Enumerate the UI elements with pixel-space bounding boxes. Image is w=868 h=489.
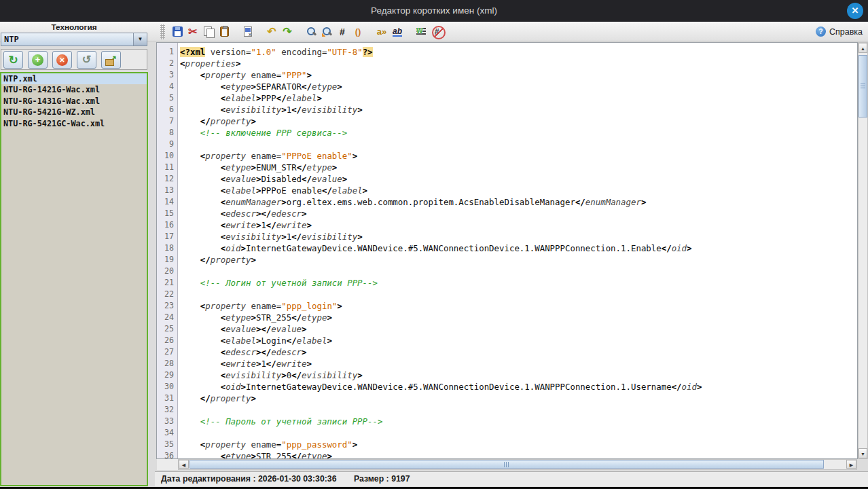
brackets-button[interactable]: () xyxy=(350,24,365,40)
code-line[interactable] xyxy=(180,266,857,277)
code-line[interactable]: <etype>STR_255</etype> xyxy=(180,312,857,323)
document-button[interactable] xyxy=(240,24,255,40)
code-line[interactable]: </property> xyxy=(180,115,857,127)
toolbar-drag-handle[interactable] xyxy=(160,24,165,39)
vertical-scrollbar[interactable]: ▲ ▼ xyxy=(858,42,868,459)
chevron-down-icon[interactable]: ▼ xyxy=(133,33,147,46)
code-line[interactable]: <etype>SEPARATOR</etype> xyxy=(180,81,857,92)
code-line[interactable]: <edescr></edescr> xyxy=(180,346,857,358)
spellcheck-button[interactable]: ab xyxy=(390,24,405,40)
code-line[interactable]: <elabel>Login</elabel> xyxy=(180,335,857,346)
code-line[interactable] xyxy=(180,404,857,416)
line-number: 12 xyxy=(157,173,177,185)
code-line[interactable]: <evisibility>0</evisibility> xyxy=(180,369,857,381)
line-number-gutter: 1234567891011121314151617181920212223242… xyxy=(157,43,178,458)
code-line[interactable] xyxy=(180,427,857,439)
delete-button[interactable]: ✕ xyxy=(52,51,72,69)
line-number: 31 xyxy=(157,393,177,404)
file-item[interactable]: NTU-RG-5421GC-Wac.xml xyxy=(1,118,147,129)
code-line[interactable]: <!-- Логин от учетной записи PPP--> xyxy=(180,277,857,289)
file-size-label: Размер : 9197 xyxy=(354,474,410,484)
code-line[interactable]: <property ename="PPPoE enable"> xyxy=(180,150,857,162)
add-button[interactable]: + xyxy=(28,51,48,69)
code-line[interactable] xyxy=(180,139,857,150)
code-line[interactable]: <oid>InternetGatewayDevice.WANDevice.#5.… xyxy=(180,242,857,254)
code-line[interactable]: <!-- Пароль от учетной записи PPP--> xyxy=(180,416,857,427)
search-replace-button[interactable] xyxy=(319,24,334,40)
refresh-button[interactable]: ↻ xyxy=(3,51,23,69)
code-line[interactable]: <evisibility>1</evisibility> xyxy=(180,231,857,242)
code-line[interactable]: <property ename="ppp_login"> xyxy=(180,300,857,312)
scroll-right-button[interactable]: ▶ xyxy=(846,460,856,469)
goto-line-button[interactable]: # xyxy=(335,24,350,40)
code-line[interactable]: <evalue>Disabled</evalue> xyxy=(180,173,857,185)
undo-button[interactable]: ↶ xyxy=(264,24,279,40)
line-number: 18 xyxy=(157,242,177,254)
whitespace-icon: W xyxy=(416,28,426,36)
code-line[interactable]: <property ename="PPP"> xyxy=(180,69,857,81)
redo-button[interactable]: ↷ xyxy=(280,24,295,40)
autocomplete-button[interactable]: a» xyxy=(374,24,389,40)
help-icon: ? xyxy=(816,26,826,37)
code-line[interactable]: <elabel>PPP</elabel> xyxy=(180,92,857,104)
code-line[interactable]: </property> xyxy=(180,254,857,266)
save-button[interactable] xyxy=(170,24,185,40)
line-number: 14 xyxy=(157,196,177,208)
code-line[interactable] xyxy=(180,289,857,300)
horizontal-scrollbar[interactable]: ◀ ▶ xyxy=(178,459,857,470)
code-line[interactable]: <elabel>PPPoE enable</elabel> xyxy=(180,185,857,196)
code-line[interactable]: <etype>ENUM_STR</etype> xyxy=(180,162,857,173)
technology-selected-value: NTP xyxy=(4,33,19,46)
code-area[interactable]: <?xml version="1.0" encoding="UTF-8"?><p… xyxy=(178,43,857,458)
file-item[interactable]: NTU-RG-5421G-WZ.xml xyxy=(1,107,147,117)
line-number: 8 xyxy=(157,127,177,139)
delete-icon: ✕ xyxy=(56,54,68,66)
code-line[interactable]: <ewrite>1</ewrite> xyxy=(180,358,857,369)
undo-icon: ↶ xyxy=(267,26,276,37)
scrollbar-corner xyxy=(157,459,178,470)
save-icon xyxy=(173,26,183,37)
code-line[interactable]: <properties> xyxy=(180,58,857,69)
cut-button[interactable]: ✂ xyxy=(185,24,200,40)
technology-select[interactable]: NTP ▼ xyxy=(1,33,147,46)
paste-button[interactable] xyxy=(217,24,232,40)
line-number: 6 xyxy=(157,104,177,115)
scroll-up-button[interactable]: ▲ xyxy=(858,43,867,53)
code-line[interactable]: <etype>STR_255</etype> xyxy=(180,450,857,458)
code-line[interactable]: <evalue></evalue> xyxy=(180,323,857,335)
restore-button[interactable]: ↺ xyxy=(77,51,96,69)
line-number: 21 xyxy=(157,277,177,289)
search-button[interactable] xyxy=(304,24,319,40)
help-button[interactable]: ? Справка xyxy=(816,26,863,37)
scroll-down-button[interactable]: ▼ xyxy=(858,448,867,458)
code-line[interactable]: <property ename="ppp_password"> xyxy=(180,439,857,450)
code-line[interactable]: </property> xyxy=(180,393,857,404)
whitespace-button[interactable]: W xyxy=(414,24,429,40)
file-item[interactable]: NTP.xml xyxy=(1,73,147,84)
code-line[interactable]: <ewrite>1</ewrite> xyxy=(180,219,857,231)
code-line[interactable]: <?xml version="1.0" encoding="UTF-8"?> xyxy=(180,46,857,58)
code-line[interactable]: <!-- включение PPP сервиса--> xyxy=(180,127,857,139)
line-number: 11 xyxy=(157,162,177,173)
line-number: 34 xyxy=(157,427,177,439)
close-button[interactable]: ✕ xyxy=(847,3,863,19)
code-line[interactable]: <evisibility>1</evisibility> xyxy=(180,104,857,115)
copy-button[interactable] xyxy=(201,24,216,40)
line-number: 28 xyxy=(157,358,177,369)
code-line[interactable]: <oid>InternetGatewayDevice.WANDevice.#5.… xyxy=(180,381,857,393)
search-replace-icon xyxy=(322,26,332,37)
export-button[interactable]: ↗ xyxy=(101,51,121,69)
horizontal-scroll-thumb[interactable] xyxy=(189,460,824,469)
file-item[interactable]: NTU-RG-1421G-Wac.xml xyxy=(1,84,147,95)
file-item[interactable]: NTU-RG-1431G-Wac.xml xyxy=(1,96,147,107)
line-number: 17 xyxy=(157,231,177,242)
scroll-left-button[interactable]: ◀ xyxy=(179,460,189,469)
xml-editor[interactable]: 1234567891011121314151617181920212223242… xyxy=(156,42,858,459)
code-line[interactable]: <edescr></edescr> xyxy=(180,208,857,219)
vertical-scroll-thumb[interactable] xyxy=(858,55,867,117)
code-line[interactable]: <enumManager>org.eltex.ems.web.common.pr… xyxy=(180,196,857,208)
no-linenums-button[interactable]: # xyxy=(429,24,444,40)
line-number: 36 xyxy=(157,450,177,459)
edit-date-label: Дата редактирования : 2026-01-30 03:30:3… xyxy=(161,474,337,484)
line-number: 1 xyxy=(157,46,177,58)
